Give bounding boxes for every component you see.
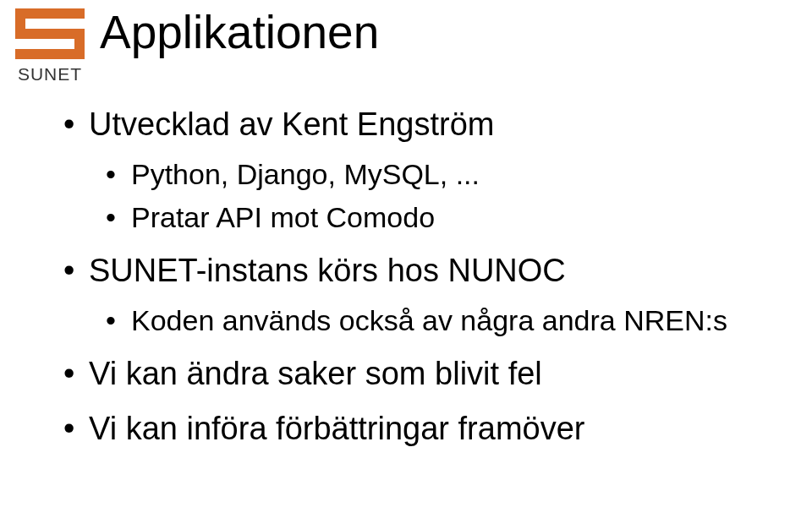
bullet-item: SUNET-instans körs hos NUNOC Koden använ…	[63, 248, 795, 342]
sunet-logo-text: SUNET	[18, 64, 82, 85]
sub-bullet-text: Pratar API mot Comodo	[131, 201, 435, 233]
slide: SUNET Applikationen Utvecklad av Kent En…	[0, 0, 812, 529]
sub-bullet-item: Python, Django, MySQL, ...	[106, 153, 795, 196]
sunet-logo: SUNET	[12, 8, 88, 85]
bullet-item: Vi kan införa förbättringar framöver	[63, 406, 795, 452]
svg-rect-4	[15, 49, 85, 59]
sub-bullet-text: Python, Django, MySQL, ...	[131, 158, 480, 190]
bullet-text: Vi kan införa förbättringar framöver	[89, 411, 584, 446]
sub-bullet-text: Koden används också av några andra NREN:…	[131, 304, 727, 336]
svg-rect-2	[15, 29, 85, 39]
bullet-item: Vi kan ändra saker som blivit fel	[63, 351, 795, 397]
slide-title: Applikationen	[100, 5, 379, 59]
bullet-text: Vi kan ändra saker som blivit fel	[89, 356, 542, 391]
bullet-text: SUNET-instans körs hos NUNOC	[89, 253, 566, 288]
slide-content: Utvecklad av Kent Engström Python, Djang…	[63, 101, 795, 461]
sub-bullet-item: Pratar API mot Comodo	[106, 196, 795, 239]
bullet-item: Utvecklad av Kent Engström Python, Djang…	[63, 101, 795, 239]
sub-bullet-item: Koden används också av några andra NREN:…	[106, 299, 795, 342]
svg-rect-0	[15, 8, 85, 19]
bullet-text: Utvecklad av Kent Engström	[89, 106, 494, 142]
sunet-logo-icon	[15, 8, 85, 59]
